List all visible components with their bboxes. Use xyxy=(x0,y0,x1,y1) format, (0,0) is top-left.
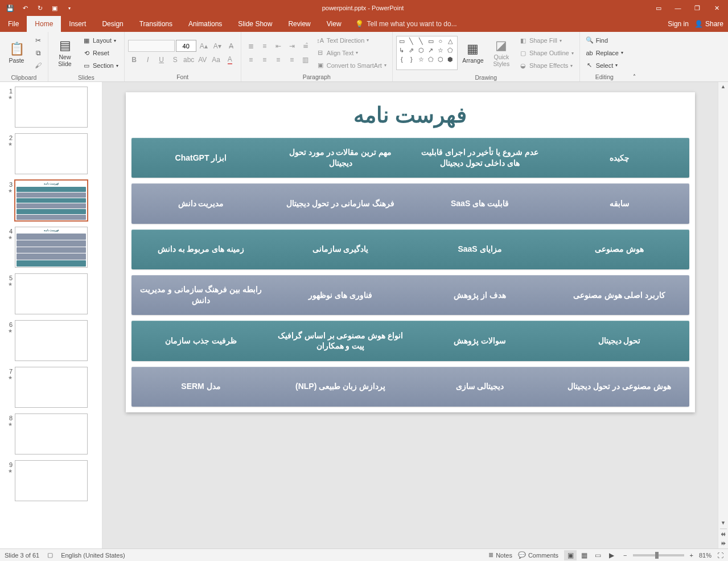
fit-to-window-icon[interactable]: ⛶ xyxy=(717,552,723,559)
thumbnail-preview[interactable] xyxy=(15,367,88,408)
redo-icon[interactable]: ↻ xyxy=(33,1,47,15)
toc-cell[interactable]: هوش مصنوعی xyxy=(550,230,689,269)
toc-cell[interactable]: عدم شروع یا تأخیر در اجرای قابلیت های دا… xyxy=(410,138,550,178)
underline-icon[interactable]: U xyxy=(155,54,168,65)
strikethrough-icon[interactable]: S xyxy=(169,54,182,65)
tab-view[interactable]: View xyxy=(319,16,349,32)
font-family-input[interactable] xyxy=(128,40,175,52)
char-spacing-icon[interactable]: AV xyxy=(196,54,209,65)
toc-cell[interactable]: قابلیت های SaaS xyxy=(410,183,550,223)
font-size-input[interactable] xyxy=(176,40,196,52)
save-icon[interactable]: 💾 xyxy=(3,1,17,15)
find-button[interactable]: 🔍Find xyxy=(583,35,626,46)
close-icon[interactable]: ✕ xyxy=(708,1,726,15)
toc-cell[interactable]: سابقه xyxy=(550,183,689,223)
zoom-in-icon[interactable]: + xyxy=(690,552,693,559)
reading-view-icon[interactable]: ▭ xyxy=(591,550,604,560)
next-slide-icon[interactable]: ⯮ xyxy=(718,539,728,548)
language-status[interactable]: English (United States) xyxy=(61,552,125,559)
spellcheck-icon[interactable]: ▢ xyxy=(47,551,53,559)
ribbon-display-options-icon[interactable]: ▭ xyxy=(649,1,668,15)
text-direction-button[interactable]: ↕AText Direction ▾ xyxy=(314,35,389,46)
align-text-button[interactable]: ⊟Align Text ▾ xyxy=(314,47,389,59)
font-color-icon[interactable]: A xyxy=(224,54,236,65)
toc-cell[interactable]: انواع هوش مصنوعی بر اساس گرافیک پیت و هم… xyxy=(271,321,410,361)
slide-counter[interactable]: Slide 3 of 61 xyxy=(5,552,39,559)
line-spacing-icon[interactable]: ≡̂ xyxy=(299,40,312,52)
clear-formatting-icon[interactable]: A̶ xyxy=(225,40,237,52)
prev-slide-icon[interactable]: ⯬ xyxy=(718,530,728,539)
thumbnail-preview[interactable] xyxy=(15,87,88,128)
tab-insert[interactable]: Insert xyxy=(61,16,94,32)
thumbnail-preview[interactable]: فهرست نامه xyxy=(15,180,88,221)
change-case-icon[interactable]: Aa xyxy=(210,54,223,65)
columns-icon[interactable]: ▥ xyxy=(299,54,312,65)
justify-icon[interactable]: ≡ xyxy=(286,54,298,65)
cut-icon[interactable]: ✂ xyxy=(32,35,44,46)
collapse-ribbon-icon[interactable]: ˄ xyxy=(633,73,636,80)
thumbnail-preview[interactable]: فهرست نامه xyxy=(15,227,88,268)
section-button[interactable]: ▭Section ▾ xyxy=(80,60,121,71)
replace-button[interactable]: abReplace ▾ xyxy=(583,47,626,59)
shadow-icon[interactable]: abc xyxy=(183,54,195,65)
bullets-icon[interactable]: ≣ xyxy=(245,40,257,52)
start-from-beginning-icon[interactable]: ▣ xyxy=(48,1,61,15)
align-right-icon[interactable]: ≡ xyxy=(272,54,285,65)
comments-button[interactable]: 💬Comments xyxy=(518,551,558,559)
notes-button[interactable]: ≣Notes xyxy=(488,551,512,559)
restore-icon[interactable]: ❐ xyxy=(688,1,706,15)
toc-cell[interactable]: رابطه بین فرهنگ سازمانی و مدیریت دانش xyxy=(131,275,271,315)
toc-cell[interactable]: مدل SERM xyxy=(131,367,271,407)
reset-button[interactable]: ⟲Reset xyxy=(80,47,121,59)
sorter-view-icon[interactable]: ▦ xyxy=(578,550,590,560)
toc-cell[interactable]: ابزار ChatGPT xyxy=(131,138,271,178)
toc-cell[interactable]: چکیده xyxy=(550,138,689,178)
toc-cell[interactable]: زمینه های مربوط به دانش xyxy=(131,230,271,269)
align-left-icon[interactable]: ≡ xyxy=(245,54,257,65)
tab-transitions[interactable]: Transitions xyxy=(131,16,180,32)
tab-file[interactable]: File xyxy=(0,16,27,32)
toc-cell[interactable]: هدف از پژوهش xyxy=(410,275,550,315)
slide-canvas[interactable]: فهرست نامه چکیدهعدم شروع یا تأخیر در اجر… xyxy=(102,82,718,548)
toc-cell[interactable]: فرهنگ سازمانی در تحول دیجیتال xyxy=(271,183,410,223)
bold-icon[interactable]: B xyxy=(128,54,141,65)
thumbnail-preview[interactable] xyxy=(15,320,88,361)
toc-cell[interactable]: مهم ترین مقالات در مورد تحول دیجیتال xyxy=(271,138,410,178)
slideshow-view-icon[interactable]: ▶ xyxy=(605,550,618,560)
shape-effects-button[interactable]: ◒Shape Effects ▾ xyxy=(517,60,576,71)
shapes-gallery[interactable]: ▭╲╲▭○△ ↳⇗⬡↗☆⬠ {}☆⬠⬡⬢ xyxy=(396,36,458,70)
shape-outline-button[interactable]: ▢Shape Outline ▾ xyxy=(517,47,576,59)
undo-icon[interactable]: ↶ xyxy=(18,1,32,15)
qat-customize-icon[interactable]: ▾ xyxy=(63,1,76,15)
format-painter-icon[interactable]: 🖌 xyxy=(32,60,44,71)
toc-cell[interactable]: مزایای SaaS xyxy=(410,230,550,269)
increase-indent-icon[interactable]: ⇥ xyxy=(286,40,298,52)
normal-view-icon[interactable]: ▣ xyxy=(564,550,577,560)
paste-button[interactable]: 📋 Paste xyxy=(3,34,30,72)
scroll-up-icon[interactable]: ▲ xyxy=(718,82,728,91)
tab-home[interactable]: Home xyxy=(27,16,61,32)
toc-cell[interactable]: مدیریت دانش xyxy=(131,183,271,223)
toc-cell[interactable]: هوش مصنوعی در تحول دیجیتال xyxy=(550,367,689,407)
decrease-indent-icon[interactable]: ⇤ xyxy=(272,40,285,52)
zoom-level[interactable]: 81% xyxy=(699,552,711,559)
thumbnail-preview[interactable] xyxy=(15,460,88,501)
new-slide-button[interactable]: ▤ New Slide xyxy=(52,34,78,72)
toc-cell[interactable]: سوالات پژوهش xyxy=(410,321,550,361)
tab-review[interactable]: Review xyxy=(280,16,318,32)
signin-button[interactable]: Sign in xyxy=(668,20,689,28)
share-button[interactable]: 👤 Share xyxy=(694,20,723,28)
quick-styles-button[interactable]: ◪ Quick Styles xyxy=(488,34,515,72)
tab-slideshow[interactable]: Slide Show xyxy=(230,16,280,32)
minimize-icon[interactable]: — xyxy=(669,1,687,15)
layout-button[interactable]: ▦Layout ▾ xyxy=(80,35,121,46)
toc-cell[interactable]: کاربرد اصلی هوش مصنوعی xyxy=(550,275,689,315)
zoom-out-icon[interactable]: − xyxy=(623,552,627,559)
copy-icon[interactable]: ⧉ xyxy=(32,47,44,59)
tell-me-search[interactable]: 💡 Tell me what you want to do... xyxy=(355,20,457,28)
shape-fill-button[interactable]: ◧Shape Fill ▾ xyxy=(517,35,576,46)
increase-font-icon[interactable]: A▴ xyxy=(198,40,210,52)
align-center-icon[interactable]: ≡ xyxy=(258,54,271,65)
toc-cell[interactable]: تحول دیجیتال xyxy=(550,321,689,361)
toc-cell[interactable]: دیجیتالی سازی xyxy=(410,367,550,407)
